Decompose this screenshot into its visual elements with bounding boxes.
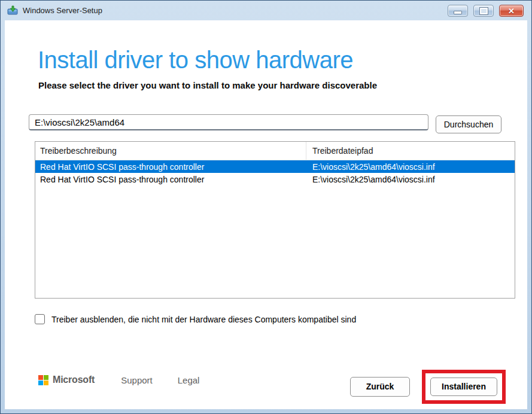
driver-list-header: Treiberbeschreibung Treiberdateipfad xyxy=(35,142,515,160)
back-button[interactable]: Zurück xyxy=(350,377,410,397)
driver-filepath: E:\vioscsi\2k25\amd64\vioscsi.inf xyxy=(306,175,515,184)
hide-incompatible-label[interactable]: Treiber ausblenden, die nicht mit der Ha… xyxy=(51,315,356,324)
driver-path-row: Durchsuchen xyxy=(29,114,527,133)
ms-logo-square-yellow xyxy=(44,380,48,385)
setup-window: Windows Server-Setup ✕ Install driver to… xyxy=(0,0,532,414)
column-header-description[interactable]: Treiberbeschreibung xyxy=(35,142,306,160)
minimize-button[interactable] xyxy=(448,5,468,17)
window-title: Windows Server-Setup xyxy=(23,6,102,15)
ms-logo-square-blue xyxy=(38,380,43,385)
page-title: Install driver to show hardware xyxy=(38,47,527,73)
install-button[interactable]: Installieren xyxy=(430,378,497,396)
driver-description: Red Hat VirtIO SCSI pass-through control… xyxy=(35,175,306,184)
column-header-filepath[interactable]: Treiberdateipfad xyxy=(306,142,515,160)
hide-incompatible-checkbox[interactable] xyxy=(35,314,45,324)
microsoft-brand: Microsoft xyxy=(38,375,95,385)
legal-link[interactable]: Legal xyxy=(178,375,200,385)
driver-list: Treiberbeschreibung Treiberdateipfad Red… xyxy=(35,141,515,299)
driver-row-selected[interactable]: Red Hat VirtIO SCSI pass-through control… xyxy=(35,160,515,173)
maximize-button[interactable] xyxy=(473,5,494,17)
ms-logo-square-red xyxy=(38,375,43,380)
maximize-icon xyxy=(480,8,488,14)
browse-button[interactable]: Durchsuchen xyxy=(436,115,501,133)
footer: Microsoft Support Legal Zurück Installie… xyxy=(35,371,506,402)
driver-description: Red Hat VirtIO SCSI pass-through control… xyxy=(35,162,306,172)
driver-row[interactable]: Red Hat VirtIO SCSI pass-through control… xyxy=(35,173,515,185)
minimize-icon xyxy=(454,11,462,14)
driver-filepath: E:\vioscsi\2k25\amd64\vioscsi.inf xyxy=(306,162,515,172)
close-icon: ✕ xyxy=(508,7,515,15)
microsoft-wordmark: Microsoft xyxy=(53,375,95,385)
support-link[interactable]: Support xyxy=(121,375,153,385)
window-controls: ✕ xyxy=(448,5,524,17)
close-button[interactable]: ✕ xyxy=(499,5,524,17)
driver-path-input[interactable] xyxy=(29,114,428,130)
setup-app-icon xyxy=(7,5,18,15)
client-area: Install driver to show hardware Please s… xyxy=(5,20,527,409)
ms-logo-square-green xyxy=(44,375,48,380)
red-highlight-annotation: Installieren xyxy=(422,370,506,404)
microsoft-logo-icon xyxy=(38,375,48,385)
hide-incompatible-row: Treiber ausblenden, die nicht mit der Ha… xyxy=(35,314,527,324)
page-subtitle: Please select the driver you want to ins… xyxy=(38,80,527,90)
